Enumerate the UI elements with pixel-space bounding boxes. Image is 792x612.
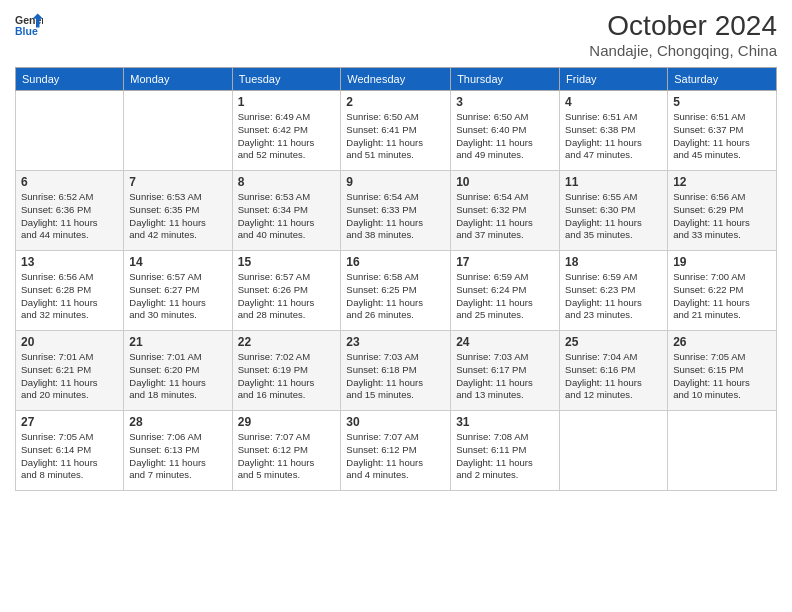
calendar-cell: 2Sunrise: 6:50 AM Sunset: 6:41 PM Daylig… bbox=[341, 91, 451, 171]
calendar-table: Sunday Monday Tuesday Wednesday Thursday… bbox=[15, 67, 777, 491]
col-saturday: Saturday bbox=[668, 68, 777, 91]
day-number: 17 bbox=[456, 255, 554, 269]
calendar-cell: 14Sunrise: 6:57 AM Sunset: 6:27 PM Dayli… bbox=[124, 251, 232, 331]
calendar-week-2: 6Sunrise: 6:52 AM Sunset: 6:36 PM Daylig… bbox=[16, 171, 777, 251]
day-info: Sunrise: 6:54 AM Sunset: 6:32 PM Dayligh… bbox=[456, 191, 554, 242]
calendar-cell: 16Sunrise: 6:58 AM Sunset: 6:25 PM Dayli… bbox=[341, 251, 451, 331]
day-number: 31 bbox=[456, 415, 554, 429]
location: Nandajie, Chongqing, China bbox=[589, 42, 777, 59]
calendar-week-1: 1Sunrise: 6:49 AM Sunset: 6:42 PM Daylig… bbox=[16, 91, 777, 171]
day-number: 2 bbox=[346, 95, 445, 109]
day-info: Sunrise: 6:59 AM Sunset: 6:24 PM Dayligh… bbox=[456, 271, 554, 322]
calendar-cell: 27Sunrise: 7:05 AM Sunset: 6:14 PM Dayli… bbox=[16, 411, 124, 491]
calendar-cell: 30Sunrise: 7:07 AM Sunset: 6:12 PM Dayli… bbox=[341, 411, 451, 491]
calendar-cell: 7Sunrise: 6:53 AM Sunset: 6:35 PM Daylig… bbox=[124, 171, 232, 251]
day-info: Sunrise: 6:57 AM Sunset: 6:26 PM Dayligh… bbox=[238, 271, 336, 322]
day-number: 1 bbox=[238, 95, 336, 109]
day-number: 6 bbox=[21, 175, 118, 189]
calendar-cell: 5Sunrise: 6:51 AM Sunset: 6:37 PM Daylig… bbox=[668, 91, 777, 171]
svg-text:Blue: Blue bbox=[15, 25, 38, 37]
calendar-cell: 1Sunrise: 6:49 AM Sunset: 6:42 PM Daylig… bbox=[232, 91, 341, 171]
calendar-cell: 22Sunrise: 7:02 AM Sunset: 6:19 PM Dayli… bbox=[232, 331, 341, 411]
day-info: Sunrise: 7:01 AM Sunset: 6:20 PM Dayligh… bbox=[129, 351, 226, 402]
day-info: Sunrise: 7:05 AM Sunset: 6:15 PM Dayligh… bbox=[673, 351, 771, 402]
day-info: Sunrise: 7:02 AM Sunset: 6:19 PM Dayligh… bbox=[238, 351, 336, 402]
col-monday: Monday bbox=[124, 68, 232, 91]
calendar-cell: 21Sunrise: 7:01 AM Sunset: 6:20 PM Dayli… bbox=[124, 331, 232, 411]
calendar-cell: 20Sunrise: 7:01 AM Sunset: 6:21 PM Dayli… bbox=[16, 331, 124, 411]
calendar-week-4: 20Sunrise: 7:01 AM Sunset: 6:21 PM Dayli… bbox=[16, 331, 777, 411]
day-number: 5 bbox=[673, 95, 771, 109]
calendar-cell: 11Sunrise: 6:55 AM Sunset: 6:30 PM Dayli… bbox=[560, 171, 668, 251]
day-number: 30 bbox=[346, 415, 445, 429]
calendar-cell: 13Sunrise: 6:56 AM Sunset: 6:28 PM Dayli… bbox=[16, 251, 124, 331]
page-header: General Blue October 2024 Nandajie, Chon… bbox=[15, 10, 777, 59]
day-number: 3 bbox=[456, 95, 554, 109]
calendar-cell: 3Sunrise: 6:50 AM Sunset: 6:40 PM Daylig… bbox=[451, 91, 560, 171]
day-info: Sunrise: 6:59 AM Sunset: 6:23 PM Dayligh… bbox=[565, 271, 662, 322]
day-number: 8 bbox=[238, 175, 336, 189]
day-number: 7 bbox=[129, 175, 226, 189]
calendar-cell: 28Sunrise: 7:06 AM Sunset: 6:13 PM Dayli… bbox=[124, 411, 232, 491]
day-info: Sunrise: 7:08 AM Sunset: 6:11 PM Dayligh… bbox=[456, 431, 554, 482]
day-number: 21 bbox=[129, 335, 226, 349]
day-number: 25 bbox=[565, 335, 662, 349]
day-info: Sunrise: 6:56 AM Sunset: 6:28 PM Dayligh… bbox=[21, 271, 118, 322]
day-info: Sunrise: 7:05 AM Sunset: 6:14 PM Dayligh… bbox=[21, 431, 118, 482]
day-info: Sunrise: 7:03 AM Sunset: 6:18 PM Dayligh… bbox=[346, 351, 445, 402]
day-number: 19 bbox=[673, 255, 771, 269]
day-number: 16 bbox=[346, 255, 445, 269]
day-info: Sunrise: 6:51 AM Sunset: 6:38 PM Dayligh… bbox=[565, 111, 662, 162]
day-number: 28 bbox=[129, 415, 226, 429]
day-info: Sunrise: 6:57 AM Sunset: 6:27 PM Dayligh… bbox=[129, 271, 226, 322]
day-info: Sunrise: 6:53 AM Sunset: 6:35 PM Dayligh… bbox=[129, 191, 226, 242]
calendar-cell: 10Sunrise: 6:54 AM Sunset: 6:32 PM Dayli… bbox=[451, 171, 560, 251]
calendar-cell: 15Sunrise: 6:57 AM Sunset: 6:26 PM Dayli… bbox=[232, 251, 341, 331]
day-info: Sunrise: 6:55 AM Sunset: 6:30 PM Dayligh… bbox=[565, 191, 662, 242]
calendar-cell: 9Sunrise: 6:54 AM Sunset: 6:33 PM Daylig… bbox=[341, 171, 451, 251]
calendar-cell: 25Sunrise: 7:04 AM Sunset: 6:16 PM Dayli… bbox=[560, 331, 668, 411]
month-title: October 2024 bbox=[589, 10, 777, 42]
calendar-week-3: 13Sunrise: 6:56 AM Sunset: 6:28 PM Dayli… bbox=[16, 251, 777, 331]
day-info: Sunrise: 7:00 AM Sunset: 6:22 PM Dayligh… bbox=[673, 271, 771, 322]
logo-icon: General Blue bbox=[15, 10, 43, 38]
day-info: Sunrise: 6:50 AM Sunset: 6:40 PM Dayligh… bbox=[456, 111, 554, 162]
calendar-cell: 8Sunrise: 6:53 AM Sunset: 6:34 PM Daylig… bbox=[232, 171, 341, 251]
logo: General Blue bbox=[15, 10, 43, 38]
col-sunday: Sunday bbox=[16, 68, 124, 91]
day-number: 11 bbox=[565, 175, 662, 189]
calendar-cell: 31Sunrise: 7:08 AM Sunset: 6:11 PM Dayli… bbox=[451, 411, 560, 491]
day-number: 22 bbox=[238, 335, 336, 349]
day-info: Sunrise: 6:58 AM Sunset: 6:25 PM Dayligh… bbox=[346, 271, 445, 322]
day-info: Sunrise: 6:52 AM Sunset: 6:36 PM Dayligh… bbox=[21, 191, 118, 242]
calendar-cell: 4Sunrise: 6:51 AM Sunset: 6:38 PM Daylig… bbox=[560, 91, 668, 171]
day-number: 15 bbox=[238, 255, 336, 269]
day-info: Sunrise: 7:06 AM Sunset: 6:13 PM Dayligh… bbox=[129, 431, 226, 482]
calendar-cell: 23Sunrise: 7:03 AM Sunset: 6:18 PM Dayli… bbox=[341, 331, 451, 411]
col-friday: Friday bbox=[560, 68, 668, 91]
calendar-cell bbox=[668, 411, 777, 491]
calendar-cell bbox=[124, 91, 232, 171]
day-info: Sunrise: 6:50 AM Sunset: 6:41 PM Dayligh… bbox=[346, 111, 445, 162]
col-tuesday: Tuesday bbox=[232, 68, 341, 91]
calendar-cell: 24Sunrise: 7:03 AM Sunset: 6:17 PM Dayli… bbox=[451, 331, 560, 411]
day-number: 26 bbox=[673, 335, 771, 349]
calendar-cell: 18Sunrise: 6:59 AM Sunset: 6:23 PM Dayli… bbox=[560, 251, 668, 331]
calendar-cell: 12Sunrise: 6:56 AM Sunset: 6:29 PM Dayli… bbox=[668, 171, 777, 251]
day-info: Sunrise: 7:01 AM Sunset: 6:21 PM Dayligh… bbox=[21, 351, 118, 402]
header-row: Sunday Monday Tuesday Wednesday Thursday… bbox=[16, 68, 777, 91]
calendar-cell bbox=[560, 411, 668, 491]
day-info: Sunrise: 7:03 AM Sunset: 6:17 PM Dayligh… bbox=[456, 351, 554, 402]
col-wednesday: Wednesday bbox=[341, 68, 451, 91]
day-info: Sunrise: 6:49 AM Sunset: 6:42 PM Dayligh… bbox=[238, 111, 336, 162]
day-info: Sunrise: 7:07 AM Sunset: 6:12 PM Dayligh… bbox=[346, 431, 445, 482]
day-info: Sunrise: 7:04 AM Sunset: 6:16 PM Dayligh… bbox=[565, 351, 662, 402]
calendar-cell: 19Sunrise: 7:00 AM Sunset: 6:22 PM Dayli… bbox=[668, 251, 777, 331]
col-thursday: Thursday bbox=[451, 68, 560, 91]
calendar-cell: 17Sunrise: 6:59 AM Sunset: 6:24 PM Dayli… bbox=[451, 251, 560, 331]
day-number: 18 bbox=[565, 255, 662, 269]
calendar-cell: 29Sunrise: 7:07 AM Sunset: 6:12 PM Dayli… bbox=[232, 411, 341, 491]
day-number: 24 bbox=[456, 335, 554, 349]
day-number: 23 bbox=[346, 335, 445, 349]
calendar-cell: 26Sunrise: 7:05 AM Sunset: 6:15 PM Dayli… bbox=[668, 331, 777, 411]
